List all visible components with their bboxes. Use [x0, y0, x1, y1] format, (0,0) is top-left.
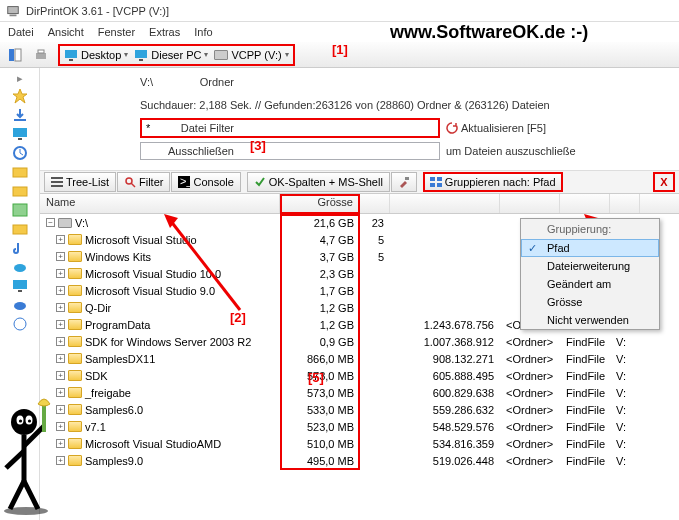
svg-rect-4 — [36, 53, 46, 59]
folder-icon — [68, 251, 82, 262]
filter-label: Datei Filter — [144, 122, 234, 134]
crumb-thispc[interactable]: Dieser PC▾ — [134, 49, 208, 61]
print-button[interactable] — [30, 44, 52, 66]
refresh-button[interactable]: Aktualisieren [F5] — [446, 122, 546, 134]
svg-rect-26 — [51, 185, 63, 187]
expander-icon[interactable]: + — [56, 269, 65, 278]
crumb-drive[interactable]: VCPP (V:)▾ — [214, 49, 288, 61]
pictures-icon[interactable] — [12, 202, 28, 218]
svg-rect-32 — [430, 177, 435, 181]
table-row[interactable]: +SDK573,0 MB605.888.495<Ordner>FindFileV… — [40, 367, 679, 384]
svg-rect-17 — [13, 204, 27, 216]
folder-icon — [68, 319, 82, 330]
expander-icon[interactable]: + — [56, 371, 65, 380]
expander-icon[interactable]: + — [56, 286, 65, 295]
titlebar: DirPrintOK 3.61 - [VCPP (V:)] — [0, 0, 679, 22]
menu-window[interactable]: Fenster — [98, 26, 135, 38]
svg-rect-2 — [9, 49, 14, 61]
col-name[interactable]: Name — [40, 194, 280, 213]
expander-icon[interactable]: + — [56, 235, 65, 244]
expander-icon[interactable]: + — [56, 405, 65, 414]
chevron-down-icon[interactable]: ▾ — [204, 50, 208, 59]
sidebar[interactable]: ▸ — [0, 68, 40, 520]
expander-icon[interactable]: − — [46, 218, 55, 227]
svg-rect-8 — [135, 50, 147, 58]
dropdown-item-path[interactable]: Pfad — [521, 239, 659, 257]
svg-rect-7 — [69, 59, 73, 61]
recent-icon[interactable] — [12, 145, 28, 161]
folder-icon — [68, 353, 82, 364]
row-name: Windows Kits — [85, 251, 151, 263]
svg-rect-16 — [13, 187, 27, 196]
row-name: SamplesDX11 — [85, 353, 155, 365]
expander-icon[interactable]: + — [56, 303, 65, 312]
tab-filter[interactable]: Filter — [117, 172, 170, 192]
exclude-label: Ausschließen — [144, 145, 234, 157]
svg-point-19 — [14, 264, 26, 272]
onedrive-icon[interactable] — [12, 259, 28, 275]
table-row[interactable]: +SamplesDX11866,0 MB908.132.271<Ordner>F… — [40, 350, 679, 367]
svg-rect-34 — [430, 183, 435, 187]
network-icon[interactable] — [12, 316, 28, 332]
download-icon[interactable] — [12, 107, 28, 123]
table-row[interactable]: +Samples6.0533,0 MB559.286.632<Ordner>Fi… — [40, 401, 679, 418]
svg-rect-20 — [13, 280, 27, 289]
star-icon[interactable] — [12, 88, 28, 104]
desktop-icon[interactable] — [12, 126, 28, 142]
folder-icon[interactable] — [12, 221, 28, 237]
tab-groupby[interactable]: Gruppieren nach: Pfad — [423, 172, 563, 192]
expander-icon[interactable]: + — [56, 354, 65, 363]
cloud-icon[interactable] — [12, 297, 28, 313]
exclude-hint: um Dateien auszuschließe — [446, 145, 576, 157]
folder-icon — [68, 421, 82, 432]
row-name: Samples6.0 — [85, 404, 143, 416]
chevron-right-icon[interactable]: ▸ — [17, 72, 23, 85]
col-6[interactable] — [560, 194, 610, 213]
menu-view[interactable]: Ansicht — [48, 26, 84, 38]
col-4[interactable] — [390, 194, 500, 213]
folder-icon — [68, 268, 82, 279]
dropdown-item-size[interactable]: Grösse — [521, 293, 659, 311]
expander-icon[interactable]: + — [56, 456, 65, 465]
table-row[interactable]: +v7.1523,0 MB548.529.576<Ordner>FindFile… — [40, 418, 679, 435]
table-row[interactable]: +SDK for Windows Server 2003 R20,9 GB1.0… — [40, 333, 679, 350]
expander-icon[interactable]: + — [56, 388, 65, 397]
expander-icon[interactable]: + — [56, 320, 65, 329]
folder-icon[interactable] — [12, 183, 28, 199]
expander-icon[interactable]: + — [56, 337, 65, 346]
expander-icon[interactable]: + — [56, 422, 65, 431]
music-icon[interactable] — [12, 240, 28, 256]
dropdown-item-ext[interactable]: Dateierweiterung — [521, 257, 659, 275]
col-5[interactable] — [500, 194, 560, 213]
row-name: Microsoft Visual Studio 9.0 — [85, 285, 215, 297]
svg-rect-35 — [437, 183, 442, 187]
col-7[interactable] — [610, 194, 640, 213]
tab-tools[interactable] — [391, 172, 417, 192]
table-row[interactable]: +Samples9.0495,0 MB519.026.448<Ordner>Fi… — [40, 452, 679, 469]
dropdown-item-none[interactable]: Nicht verwenden — [521, 311, 659, 329]
expander-icon[interactable]: + — [56, 439, 65, 448]
table-row[interactable]: +Microsoft Visual StudioAMD510,0 MB534.8… — [40, 435, 679, 452]
row-name: V:\ — [75, 217, 88, 229]
chevron-down-icon[interactable]: ▾ — [124, 50, 128, 59]
folder-icon[interactable] — [12, 164, 28, 180]
dropdown-item-modified[interactable]: Geändert am — [521, 275, 659, 293]
groupby-dropdown: Gruppierung: Pfad Dateierweiterung Geänd… — [520, 218, 660, 330]
svg-point-23 — [14, 318, 26, 330]
close-button[interactable]: X — [653, 172, 675, 192]
menu-info[interactable]: Info — [194, 26, 212, 38]
table-row[interactable]: +_freigabe573,0 MB600.829.638<Ordner>Fin… — [40, 384, 679, 401]
view-button[interactable] — [4, 44, 26, 66]
col-3[interactable] — [360, 194, 390, 213]
crumb-desktop[interactable]: Desktop▾ — [64, 49, 128, 61]
expander-icon[interactable]: + — [56, 252, 65, 261]
thispc-icon[interactable] — [12, 278, 28, 294]
menu-file[interactable]: Datei — [8, 26, 34, 38]
breadcrumb: Desktop▾ Dieser PC▾ VCPP (V:)▾ — [58, 44, 295, 66]
col-size[interactable]: Grösse — [280, 194, 360, 213]
chevron-down-icon[interactable]: ▾ — [285, 50, 289, 59]
tab-treelist[interactable]: Tree-List — [44, 172, 116, 192]
menu-extras[interactable]: Extras — [149, 26, 180, 38]
tab-console[interactable]: >_Console — [171, 172, 240, 192]
tab-okcols[interactable]: OK-Spalten + MS-Shell — [247, 172, 390, 192]
